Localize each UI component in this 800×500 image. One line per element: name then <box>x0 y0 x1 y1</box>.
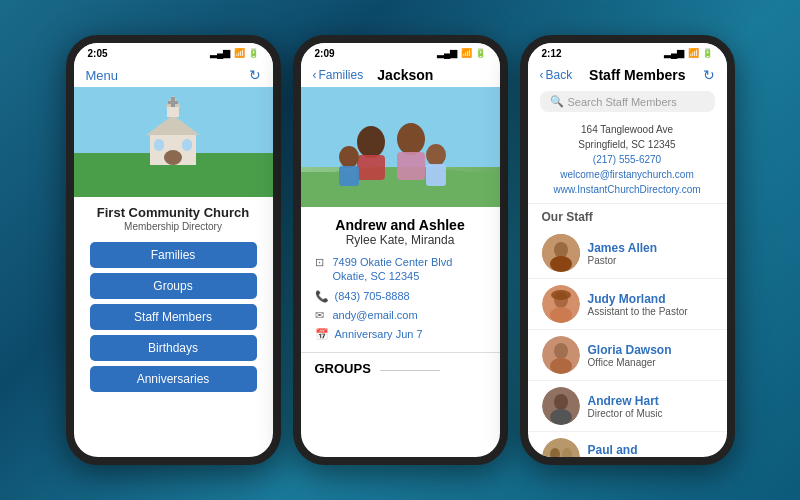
signal-icon-2: ▂▄▆ <box>437 48 457 58</box>
family-illustration <box>301 87 500 207</box>
list-item[interactable]: Gloria Dawson Office Manager <box>528 330 727 381</box>
avatar-james <box>542 234 580 272</box>
status-icons-1: ▂▄▆ 📶 🔋 <box>210 48 258 58</box>
status-icons-2: ▂▄▆ 📶 🔋 <box>437 48 485 58</box>
battery-icon-3: 🔋 <box>702 48 713 58</box>
detail-address: ⊡ 7499 Okatie Center BlvdOkatie, SC 1234… <box>315 255 486 284</box>
wifi-icon-2: 📶 <box>461 48 472 58</box>
btn-birthdays[interactable]: Birthdays <box>90 335 257 361</box>
email-text[interactable]: andy@email.com <box>333 308 418 322</box>
status-icons-3: ▂▄▆ 📶 🔋 <box>664 48 712 58</box>
svg-rect-14 <box>357 155 385 180</box>
back-chevron-3: ‹ <box>540 68 544 82</box>
list-item[interactable]: Paul and Patricia Franks <box>528 432 727 457</box>
staff-info-gloria: Gloria Dawson Office Manager <box>588 343 713 368</box>
family-info: Andrew and Ashlee Rylee Kate, Miranda ⊡ … <box>301 207 500 352</box>
svg-rect-6 <box>167 107 179 117</box>
back-chevron: ‹ <box>313 68 317 82</box>
staff-section-title: Our Staff <box>528 204 727 228</box>
phone-2: 2:09 ▂▄▆ 📶 🔋 ‹ Families Jackson <box>293 35 508 465</box>
staff-name-gloria: Gloria Dawson <box>588 343 713 357</box>
address-website[interactable]: www.InstantChurchDirectory.com <box>542 182 713 197</box>
wifi-icon-3: 📶 <box>688 48 699 58</box>
svg-rect-9 <box>168 101 178 104</box>
time-2: 2:09 <box>315 48 335 59</box>
phone-2-content: ‹ Families Jackson <box>301 63 500 457</box>
family-name-kids: Rylee Kate, Miranda <box>315 233 486 247</box>
church-image <box>74 87 273 197</box>
list-item[interactable]: Andrew Hart Director of Music <box>528 381 727 432</box>
back-families[interactable]: ‹ Families <box>313 68 364 82</box>
phone-icon: 📞 <box>315 290 329 303</box>
back-btn[interactable]: ‹ Back <box>540 68 573 82</box>
groups-header: GROUPS <box>301 352 500 380</box>
btn-staff[interactable]: Staff Members <box>90 304 257 330</box>
staff-info-paul: Paul and Patricia Franks <box>588 443 713 457</box>
address-text: 7499 Okatie Center BlvdOkatie, SC 12345 <box>333 255 453 284</box>
btn-families[interactable]: Families <box>90 242 257 268</box>
time-1: 2:05 <box>88 48 108 59</box>
address-city: Springfield, SC 12345 <box>542 137 713 152</box>
address-email[interactable]: welcome@firstanychurch.com <box>542 167 713 182</box>
address-phone[interactable]: (217) 555-6270 <box>542 152 713 167</box>
staff-list: James Allen Pastor Judy Morland Assist <box>528 228 727 457</box>
wifi-icon: 📶 <box>234 48 245 58</box>
detail-email: ✉ andy@email.com <box>315 308 486 322</box>
phone-3-content: ‹ Back Staff Members ↻ 🔍 Search Staff Me… <box>528 63 727 457</box>
list-item[interactable]: James Allen Pastor <box>528 228 727 279</box>
status-bar-3: 2:12 ▂▄▆ 📶 🔋 <box>528 43 727 63</box>
svg-marker-2 <box>146 115 200 135</box>
menu-label[interactable]: Menu <box>86 68 119 83</box>
staff-info-james: James Allen Pastor <box>588 241 713 266</box>
menu-buttons: Families Groups Staff Members Birthdays … <box>74 236 273 398</box>
avatar-judy <box>542 285 580 323</box>
nav-bar-2: ‹ Families Jackson <box>301 63 500 87</box>
phone-1-content: Menu ↻ <box>74 63 273 457</box>
nav-bar-1: Menu ↻ <box>74 63 273 87</box>
staff-role-judy: Assistant to the Pastor <box>588 306 713 317</box>
list-item[interactable]: Judy Morland Assistant to the Pastor <box>528 279 727 330</box>
svg-rect-3 <box>164 150 182 165</box>
btn-groups[interactable]: Groups <box>90 273 257 299</box>
back-label-3: Back <box>546 68 573 82</box>
svg-point-15 <box>397 123 425 155</box>
staff-name-andrew: Andrew Hart <box>588 394 713 408</box>
svg-point-30 <box>550 358 572 374</box>
avatar-gloria <box>542 336 580 374</box>
address-street: 164 Tanglewood Ave <box>542 122 713 137</box>
phone-1: 2:05 ▂▄▆ 📶 🔋 Menu ↻ <box>66 35 281 465</box>
avatar-paul <box>542 438 580 457</box>
nav-bar-3: ‹ Back Staff Members ↻ <box>528 63 727 87</box>
svg-rect-20 <box>426 164 446 186</box>
svg-point-13 <box>357 126 385 158</box>
svg-rect-0 <box>128 163 218 193</box>
btn-anniversaries[interactable]: Anniversaries <box>90 366 257 392</box>
svg-point-22 <box>554 242 568 258</box>
search-icon: 🔍 <box>550 95 564 108</box>
nav-title-jackson: Jackson <box>377 67 433 83</box>
svg-point-29 <box>554 343 568 359</box>
church-subtitle: Membership Directory <box>78 221 269 232</box>
time-3: 2:12 <box>542 48 562 59</box>
search-bar[interactable]: 🔍 Search Staff Members <box>540 91 715 112</box>
refresh-3[interactable]: ↻ <box>703 67 715 83</box>
church-name: First Community Church <box>78 205 269 220</box>
svg-point-33 <box>550 409 572 425</box>
staff-role-gloria: Office Manager <box>588 357 713 368</box>
svg-point-32 <box>554 394 568 410</box>
email-icon: ✉ <box>315 309 327 322</box>
staff-info-andrew: Andrew Hart Director of Music <box>588 394 713 419</box>
staff-name-judy: Judy Morland <box>588 292 713 306</box>
church-address-block: 164 Tanglewood Ave Springfield, SC 12345… <box>528 116 727 204</box>
svg-point-26 <box>550 307 572 323</box>
svg-rect-4 <box>154 139 164 151</box>
svg-point-19 <box>426 144 446 166</box>
battery-icon-2: 🔋 <box>475 48 486 58</box>
signal-icon-3: ▂▄▆ <box>664 48 684 58</box>
staff-info-judy: Judy Morland Assistant to the Pastor <box>588 292 713 317</box>
phone-text[interactable]: (843) 705-8888 <box>335 289 410 303</box>
svg-point-23 <box>550 256 572 272</box>
detail-phone: 📞 (843) 705-8888 <box>315 289 486 303</box>
refresh-icon-1[interactable]: ↻ <box>249 67 261 83</box>
svg-point-27 <box>551 290 571 300</box>
